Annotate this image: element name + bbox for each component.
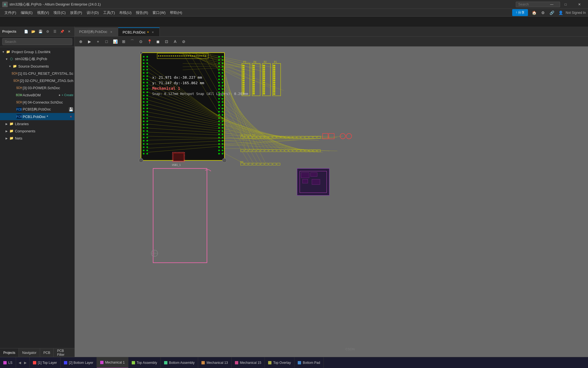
svg-point-60 bbox=[146, 143, 148, 145]
file-item-1[interactable]: SCH [2] 02-CPU_EEPROM_JTAG.Sch bbox=[0, 77, 74, 84]
filter-tool[interactable]: ⊕ bbox=[77, 38, 85, 45]
navigator-tab[interactable]: Navigator bbox=[19, 348, 40, 357]
menu-h[interactable]: 帮助(H) bbox=[168, 9, 184, 16]
tab-pcb1-close[interactable]: ✕ bbox=[151, 30, 155, 34]
svg-point-47 bbox=[146, 101, 148, 103]
svg-rect-249 bbox=[273, 136, 276, 138]
menu-d[interactable]: 设计(D) bbox=[84, 9, 101, 16]
svg-rect-198 bbox=[253, 84, 255, 85]
svg-rect-252 bbox=[285, 136, 288, 138]
new-doc-button[interactable]: 📄 bbox=[23, 29, 29, 35]
menu-f[interactable]: 文件(F) bbox=[2, 9, 19, 16]
svg-rect-280 bbox=[285, 150, 288, 152]
file-item-2[interactable]: SCH [3] 03-POWER.SchDoc bbox=[0, 84, 74, 91]
rect-tool[interactable]: □ bbox=[103, 38, 110, 45]
svg-rect-208 bbox=[263, 69, 265, 70]
settings-button[interactable]: ⚙ bbox=[539, 9, 547, 17]
circle-tool[interactable]: ⊘ bbox=[180, 38, 188, 45]
sch-icon-0: SCH bbox=[12, 71, 17, 76]
expand-icon: ▼ bbox=[1, 50, 6, 54]
share-button[interactable]: ↑ 分享 bbox=[512, 9, 528, 16]
svg-rect-251 bbox=[281, 136, 284, 138]
svg-point-121 bbox=[222, 140, 223, 141]
file-0-label: [1] 01-CPU_RESET_CRYSTAL.Sc bbox=[18, 71, 73, 76]
panel-settings-button[interactable]: ☰ bbox=[52, 29, 58, 35]
status-bottom-layer[interactable]: [2] Bottom Layer bbox=[61, 357, 97, 368]
status-mechanical-1[interactable]: Mechanical 1 bbox=[97, 357, 128, 368]
pcb-struct-item[interactable]: PCB PCB结构.PcbDoc 💾 bbox=[0, 106, 74, 113]
rule-tool[interactable]: ⊡ bbox=[163, 38, 170, 45]
config-button[interactable]: ⚙ bbox=[45, 29, 51, 35]
marker-tool[interactable]: 📍 bbox=[146, 38, 153, 45]
svg-point-51 bbox=[146, 114, 148, 116]
status-bottom-assembly[interactable]: Bottom Assembly bbox=[161, 357, 198, 368]
tab-pcb-struct[interactable]: PCB结构.PcbDoc ✕ bbox=[75, 27, 118, 36]
next-layer-button[interactable]: ▶ bbox=[23, 357, 28, 368]
collapse-button[interactable]: ✕ bbox=[66, 29, 72, 35]
menu-w[interactable]: 窗口(W) bbox=[150, 9, 168, 16]
add-tool[interactable]: + bbox=[94, 38, 102, 45]
connect-button[interactable]: 🔗 bbox=[548, 9, 556, 17]
libraries-item[interactable]: ▶ 📁 Libraries bbox=[0, 120, 74, 127]
status-ls[interactable]: LS bbox=[0, 357, 16, 368]
menu-t[interactable]: 工具(T) bbox=[101, 9, 117, 16]
nets-item[interactable]: ▶ 📁 Nets bbox=[0, 135, 74, 142]
create-action[interactable]: + Create bbox=[62, 93, 74, 97]
svg-point-132 bbox=[167, 55, 169, 56]
prev-layer-button[interactable]: ◀ bbox=[17, 357, 23, 368]
canvas-area[interactable]: ⊕ ▶ + □ 📊 ⊞ ⌒ ⊙ 📍 ◼ ⊡ A ⊘ x: 21.971 dx:-… bbox=[75, 37, 588, 357]
status-top-layer[interactable]: [1] Top Layer bbox=[30, 357, 61, 368]
file-item-3[interactable]: SCH [4] 04-Connector.SchDoc bbox=[0, 99, 74, 106]
nets-expand: ▶ bbox=[4, 136, 9, 140]
bottom-layer-dot bbox=[64, 361, 67, 364]
menu-p[interactable]: 放置(P) bbox=[68, 9, 84, 16]
tab-pcb-struct-close[interactable]: ✕ bbox=[109, 30, 113, 34]
home-button[interactable]: 🏠 bbox=[530, 9, 538, 17]
save-button[interactable]: 💾 bbox=[37, 29, 43, 35]
arc-tool[interactable]: ⌒ bbox=[128, 38, 136, 45]
route-tool[interactable]: ▶ bbox=[86, 38, 93, 45]
chart-tool[interactable]: 📊 bbox=[111, 38, 119, 45]
project-group-item[interactable]: ▼ 📁 Project Group 1.DsnWrk bbox=[0, 48, 74, 55]
components-item[interactable]: ▶ 📁 Components bbox=[0, 127, 74, 135]
source-docs-item[interactable]: ▼ 📁 Source Documents bbox=[0, 63, 74, 70]
menu-e[interactable]: 编辑(E) bbox=[19, 9, 35, 16]
maximize-button[interactable]: □ bbox=[559, 0, 572, 9]
svg-line-309 bbox=[147, 100, 282, 137]
file-tree: ▼ 📁 Project Group 1.DsnWrk ▼ ⬡ stm32核心板.… bbox=[0, 47, 74, 357]
menu-r[interactable]: 报告(R) bbox=[134, 9, 150, 16]
pad-tool[interactable]: ◼ bbox=[154, 38, 162, 45]
status-bottom-pad[interactable]: Bottom Pad bbox=[294, 357, 324, 368]
status-top-assembly[interactable]: Top Assembly bbox=[128, 357, 161, 368]
pin-button[interactable]: 📌 bbox=[59, 29, 65, 35]
grid-tool[interactable]: ⊞ bbox=[120, 38, 128, 45]
svg-point-14 bbox=[143, 95, 144, 96]
svg-rect-223 bbox=[273, 63, 281, 96]
text-tool[interactable]: A bbox=[171, 38, 179, 45]
menu-u[interactable]: 布线(U) bbox=[117, 9, 134, 16]
minimize-button[interactable]: — bbox=[545, 0, 558, 9]
status-mechanical-13[interactable]: Mechanical 13 bbox=[198, 357, 231, 368]
status-top-overlay[interactable]: Top Overlay bbox=[265, 357, 294, 368]
search-box-title[interactable] bbox=[532, 0, 544, 9]
status-mechanical-15[interactable]: Mechanical 15 bbox=[232, 357, 265, 368]
project-item[interactable]: ▼ ⬡ stm32核心板.PrjPcb bbox=[0, 55, 74, 63]
svg-text:CSDN: CSDN bbox=[346, 347, 355, 351]
pcb-tab[interactable]: PCB bbox=[40, 348, 54, 357]
svg-line-164 bbox=[183, 66, 243, 67]
svg-rect-207 bbox=[263, 67, 265, 68]
open-button[interactable]: 📂 bbox=[30, 29, 36, 35]
pcb-filter-tab[interactable]: PCB Filter bbox=[54, 348, 75, 357]
projects-tab[interactable]: Projects bbox=[0, 348, 19, 357]
measure-tool[interactable]: ⊙ bbox=[137, 38, 145, 45]
file-item-0[interactable]: SCH [1] 01-CPU_RESET_CRYSTAL.Sc bbox=[0, 70, 74, 77]
search-input[interactable] bbox=[2, 38, 72, 45]
pcb1-item[interactable]: PCB PCB1.PcbDoc * ✕ bbox=[0, 113, 74, 120]
menu-c[interactable]: 项目(C) bbox=[51, 9, 68, 16]
search-area[interactable] bbox=[0, 37, 74, 47]
active-bom-item[interactable]: BOM ActiveBOM ● + Create bbox=[0, 91, 74, 99]
menu-v[interactable]: 视图(V) bbox=[35, 9, 51, 16]
close-button[interactable]: ✕ bbox=[573, 0, 586, 9]
svg-point-142 bbox=[186, 55, 187, 56]
tab-pcb1[interactable]: PCB1.PcbDoc • ✕ bbox=[118, 27, 160, 36]
